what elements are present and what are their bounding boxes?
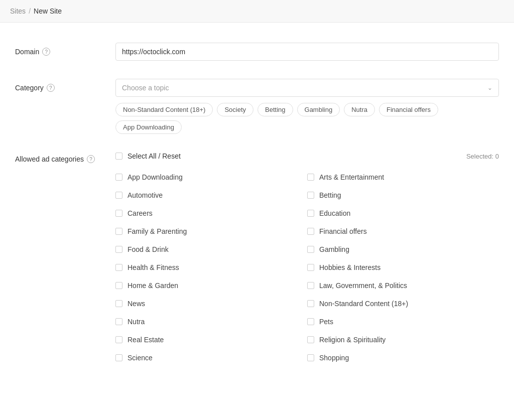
breadcrumb-separator: /	[29, 7, 31, 15]
category-tags: Non-Standard Content (18+) Society Betti…	[115, 103, 499, 134]
category-item-automotive: Automotive	[115, 186, 307, 204]
label-religion-spirituality: Religion & Spirituality	[319, 336, 386, 344]
checkbox-nutra[interactable]	[115, 318, 122, 325]
category-item-betting: Betting	[307, 186, 499, 204]
checkbox-science[interactable]	[115, 354, 122, 361]
checkbox-family-parenting[interactable]	[115, 228, 122, 235]
label-betting: Betting	[319, 191, 341, 199]
category-item-shopping: Shopping	[307, 349, 499, 367]
checkbox-financial-offers[interactable]	[307, 228, 314, 235]
category-item-law-government-politics: Law, Government, & Politics	[307, 276, 499, 295]
tag-non-standard: Non-Standard Content (18+)	[115, 103, 213, 116]
label-law-government-politics: Law, Government, & Politics	[319, 282, 407, 290]
category-item-real-estate: Real Estate	[115, 331, 307, 349]
label-app-downloading: App Downloading	[127, 173, 183, 181]
domain-input-area	[115, 43, 499, 61]
checkbox-non-standard[interactable]	[307, 300, 314, 307]
checkbox-religion-spirituality[interactable]	[307, 336, 314, 343]
category-item-nutra: Nutra	[115, 313, 307, 331]
checkbox-food-drink[interactable]	[115, 246, 122, 253]
checkbox-education[interactable]	[307, 210, 314, 217]
label-gambling: Gambling	[319, 245, 349, 253]
checkbox-betting[interactable]	[307, 192, 314, 199]
label-non-standard: Non-Standard Content (18+)	[319, 300, 408, 308]
category-item-careers: Careers	[115, 204, 307, 222]
category-item-food-drink: Food & Drink	[115, 240, 307, 258]
label-pets: Pets	[319, 318, 333, 326]
breadcrumb-sites[interactable]: Sites	[10, 7, 26, 15]
checkbox-hobbies-interests[interactable]	[307, 264, 314, 271]
category-label-text: Category	[15, 84, 44, 92]
checkbox-home-garden[interactable]	[115, 282, 122, 289]
breadcrumb-current-page: New Site	[34, 7, 62, 15]
label-food-drink: Food & Drink	[127, 245, 169, 253]
tag-society: Society	[217, 103, 253, 116]
select-all-checkbox[interactable]	[115, 153, 122, 160]
chevron-down-icon: ⌄	[487, 84, 492, 91]
checkbox-law-government-politics[interactable]	[307, 282, 314, 289]
label-news: News	[127, 300, 145, 308]
category-item-news: News	[115, 295, 307, 313]
selected-count: Selected: 0	[466, 153, 499, 160]
domain-label-text: Domain	[15, 48, 39, 56]
label-family-parenting: Family & Parenting	[127, 227, 187, 235]
tag-nutra: Nutra	[344, 103, 375, 116]
checkbox-health-fitness[interactable]	[115, 264, 122, 271]
label-arts-entertainment: Arts & Entertainment	[319, 173, 384, 181]
category-item-science: Science	[115, 349, 307, 367]
tag-financial-offers: Financial offers	[379, 103, 438, 116]
category-item-education: Education	[307, 204, 499, 222]
label-careers: Careers	[127, 209, 153, 217]
label-automotive: Automotive	[127, 191, 163, 199]
main-content: Domain ? Category ? Choose a topic ⌄ Non…	[0, 23, 514, 397]
ad-categories-help-icon[interactable]: ?	[87, 155, 95, 163]
header-breadcrumb: Sites / New Site	[0, 0, 514, 23]
category-item-pets: Pets	[307, 313, 499, 331]
label-home-garden: Home & Garden	[127, 282, 178, 290]
label-nutra: Nutra	[127, 318, 145, 326]
category-item-home-garden: Home & Garden	[115, 276, 307, 295]
select-all-label[interactable]: Select All / Reset	[127, 152, 181, 160]
domain-label: Domain ?	[15, 43, 115, 56]
select-all-left: Select All / Reset	[115, 152, 181, 160]
checkbox-real-estate[interactable]	[115, 336, 122, 343]
category-control-area: Choose a topic ⌄ Non-Standard Content (1…	[115, 79, 499, 134]
categories-grid: App Downloading Arts & Entertainment Aut…	[115, 168, 499, 367]
checkbox-automotive[interactable]	[115, 192, 122, 199]
label-shopping: Shopping	[319, 354, 349, 362]
checkbox-pets[interactable]	[307, 318, 314, 325]
tag-app-downloading: App Downloading	[115, 120, 182, 134]
category-row: Category ? Choose a topic ⌄ Non-Standard…	[15, 79, 499, 134]
domain-help-icon[interactable]: ?	[42, 48, 50, 56]
category-placeholder: Choose a topic	[122, 84, 169, 92]
category-item-arts-entertainment: Arts & Entertainment	[307, 168, 499, 186]
select-all-row: Select All / Reset Selected: 0	[115, 152, 499, 160]
domain-row: Domain ?	[15, 43, 499, 61]
checkbox-app-downloading[interactable]	[115, 174, 122, 181]
label-real-estate: Real Estate	[127, 336, 164, 344]
label-health-fitness: Health & Fitness	[127, 263, 179, 271]
ad-categories-row: Allowed ad categories ? Select All / Res…	[15, 152, 499, 367]
checkbox-gambling[interactable]	[307, 246, 314, 253]
tag-betting: Betting	[258, 103, 293, 116]
category-item-financial-offers: Financial offers	[307, 222, 499, 240]
category-item-health-fitness: Health & Fitness	[115, 258, 307, 276]
ad-categories-label: Allowed ad categories ?	[15, 152, 115, 163]
label-education: Education	[319, 209, 350, 217]
checkbox-careers[interactable]	[115, 210, 122, 217]
label-science: Science	[127, 354, 153, 362]
category-label: Category ?	[15, 79, 115, 92]
ad-categories-label-text: Allowed ad categories	[15, 155, 84, 163]
category-dropdown[interactable]: Choose a topic ⌄	[115, 79, 499, 97]
domain-input[interactable]	[115, 43, 499, 61]
category-help-icon[interactable]: ?	[47, 84, 55, 92]
checkbox-news[interactable]	[115, 300, 122, 307]
label-financial-offers: Financial offers	[319, 227, 367, 235]
checkbox-arts-entertainment[interactable]	[307, 174, 314, 181]
category-item-religion-spirituality: Religion & Spirituality	[307, 331, 499, 349]
category-item-family-parenting: Family & Parenting	[115, 222, 307, 240]
categories-area: Select All / Reset Selected: 0 App Downl…	[115, 152, 499, 367]
checkbox-shopping[interactable]	[307, 354, 314, 361]
category-item-non-standard: Non-Standard Content (18+)	[307, 295, 499, 313]
label-hobbies-interests: Hobbies & Interests	[319, 263, 380, 271]
